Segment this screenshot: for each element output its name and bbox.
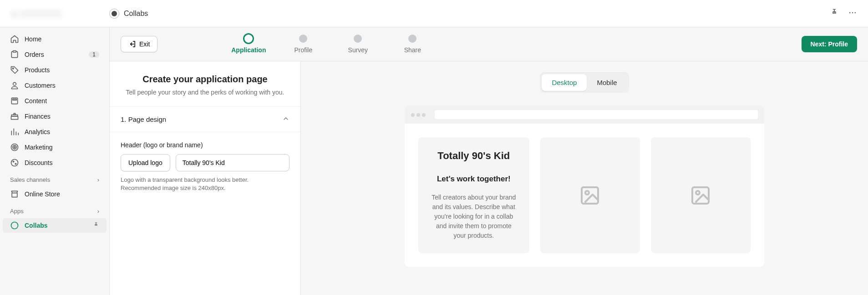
preview-brand: Totally 90's Kid xyxy=(429,150,518,162)
sidebar-label: Products xyxy=(25,66,50,74)
svg-point-0 xyxy=(849,12,851,13)
svg-rect-8 xyxy=(13,99,16,100)
sidebar-item-collabs[interactable]: Collabs xyxy=(3,218,107,233)
sidebar-label: Content xyxy=(25,97,47,105)
marketing-icon xyxy=(10,143,19,152)
sidebar-item-home[interactable]: Home xyxy=(3,32,107,46)
accordion-page-design[interactable]: 1. Page design xyxy=(110,107,300,132)
step-survey[interactable]: Survey xyxy=(330,35,385,54)
chevron-right-icon: › xyxy=(97,208,99,215)
editor-panel: Create your application page Tell people… xyxy=(110,61,301,295)
svg-point-6 xyxy=(13,82,16,85)
sidebar-item-online-store[interactable]: Online Store xyxy=(3,187,107,201)
preview-main-card: Totally 90's Kid Let's work together! Te… xyxy=(418,137,529,253)
header-field-label: Header (logo or brand name) xyxy=(121,141,289,149)
step-profile[interactable]: Profile xyxy=(276,35,330,54)
progress-stepper: Application Profile Survey Share xyxy=(221,35,440,54)
sidebar-label: Orders xyxy=(25,51,44,58)
content-icon xyxy=(10,96,19,105)
sidebar-item-products[interactable]: Products xyxy=(3,63,107,77)
finances-icon xyxy=(10,112,19,121)
window-dots-icon xyxy=(411,110,427,119)
svg-rect-4 xyxy=(13,51,16,52)
view-toggle: Desktop Mobile xyxy=(540,72,629,93)
svg-point-21 xyxy=(696,191,700,195)
svg-point-1 xyxy=(852,12,853,13)
svg-rect-18 xyxy=(582,187,598,204)
home-icon xyxy=(10,35,19,44)
preview-headline: Let's work together! xyxy=(429,175,518,184)
sidebar-item-marketing[interactable]: Marketing xyxy=(3,140,107,155)
pin-icon[interactable] xyxy=(93,222,99,230)
browser-preview: Totally 90's Kid Let's work together! Te… xyxy=(405,105,764,267)
sidebar-section-apps[interactable]: Apps› xyxy=(3,202,107,217)
exit-button[interactable]: Exit xyxy=(121,36,157,52)
svg-point-19 xyxy=(585,191,589,195)
sidebar-section-sales-channels[interactable]: Sales channels› xyxy=(3,171,107,186)
analytics-icon xyxy=(10,127,19,136)
sidebar-item-discounts[interactable]: Discounts xyxy=(3,155,107,170)
address-bar xyxy=(435,110,758,119)
toolbar: Exit Application Profile Survey Share Ne… xyxy=(110,27,868,61)
brand-name-input[interactable] xyxy=(176,154,289,171)
sidebar-item-finances[interactable]: Finances xyxy=(3,109,107,124)
view-desktop[interactable]: Desktop xyxy=(542,74,587,91)
sidebar-label: Home xyxy=(25,35,41,43)
preview-image-placeholder-2 xyxy=(651,137,751,253)
pin-icon[interactable] xyxy=(830,8,839,19)
discounts-icon xyxy=(10,158,19,167)
sidebar-label: Discounts xyxy=(25,159,52,166)
collabs-nav-icon xyxy=(10,221,19,230)
exit-icon xyxy=(128,40,137,48)
sidebar-item-customers[interactable]: Customers xyxy=(3,78,107,93)
preview-body: Tell creators about your brand and its v… xyxy=(429,193,518,240)
chevron-right-icon: › xyxy=(97,176,99,183)
sidebar-item-orders[interactable]: Orders1 xyxy=(3,47,107,62)
top-bar: ▢ ░░░░░░░░ Collabs xyxy=(0,0,868,27)
step-share[interactable]: Share xyxy=(385,35,440,54)
page-subtitle: Tell people your story and the perks of … xyxy=(121,88,289,97)
app-title-container: Collabs xyxy=(109,9,148,19)
sidebar-label: Finances xyxy=(25,113,51,120)
app-title: Collabs xyxy=(124,10,148,18)
sidebar-label: Analytics xyxy=(25,128,50,135)
shop-brand-blurred: ▢ ░░░░░░░░ xyxy=(11,9,109,18)
sidebar-item-analytics[interactable]: Analytics xyxy=(3,125,107,139)
collabs-app-icon xyxy=(109,9,119,19)
sidebar-label: Customers xyxy=(25,82,56,89)
preview-panel: Desktop Mobile Totally 90's Kid Let's wo… xyxy=(301,61,868,295)
sidebar-label: Marketing xyxy=(25,144,52,151)
svg-rect-16 xyxy=(12,193,17,197)
svg-rect-20 xyxy=(692,187,709,204)
svg-point-11 xyxy=(13,145,16,149)
page-title: Create your application page xyxy=(121,74,289,85)
upload-logo-button[interactable]: Upload logo xyxy=(121,154,170,171)
customers-icon xyxy=(10,81,19,90)
view-mobile[interactable]: Mobile xyxy=(587,74,627,91)
sidebar-item-content[interactable]: Content xyxy=(3,94,107,108)
svg-point-2 xyxy=(855,12,856,13)
chevron-up-icon xyxy=(282,115,289,124)
svg-rect-9 xyxy=(14,113,15,115)
sidebar-label: Collabs xyxy=(25,222,48,229)
sidebar: Home Orders1 Products Customers Content … xyxy=(0,27,109,295)
more-icon[interactable] xyxy=(848,8,857,19)
preview-image-placeholder-1 xyxy=(540,137,640,253)
sidebar-label: Online Store xyxy=(25,190,60,198)
step-application[interactable]: Application xyxy=(221,35,276,54)
next-profile-button[interactable]: Next: Profile xyxy=(802,36,857,52)
svg-point-5 xyxy=(12,68,14,69)
orders-icon xyxy=(10,50,19,59)
store-icon xyxy=(10,190,19,199)
svg-point-15 xyxy=(15,163,16,165)
orders-badge: 1 xyxy=(89,51,99,58)
products-icon xyxy=(10,65,19,75)
svg-point-17 xyxy=(11,222,18,229)
svg-point-14 xyxy=(13,161,14,162)
logo-hint: Logo with a transparent background looks… xyxy=(121,176,289,192)
